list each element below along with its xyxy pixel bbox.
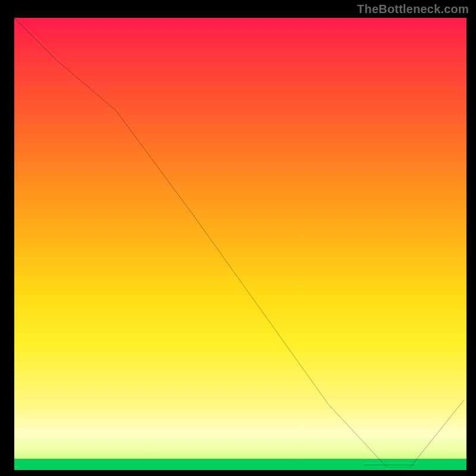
watermark-text: TheBottleneck.com — [357, 2, 469, 16]
chart-container: TheBottleneck.com — [0, 0, 476, 476]
plot-area — [12, 15, 464, 468]
curve-overlay — [12, 15, 464, 468]
bottleneck-curve-line — [12, 15, 464, 468]
